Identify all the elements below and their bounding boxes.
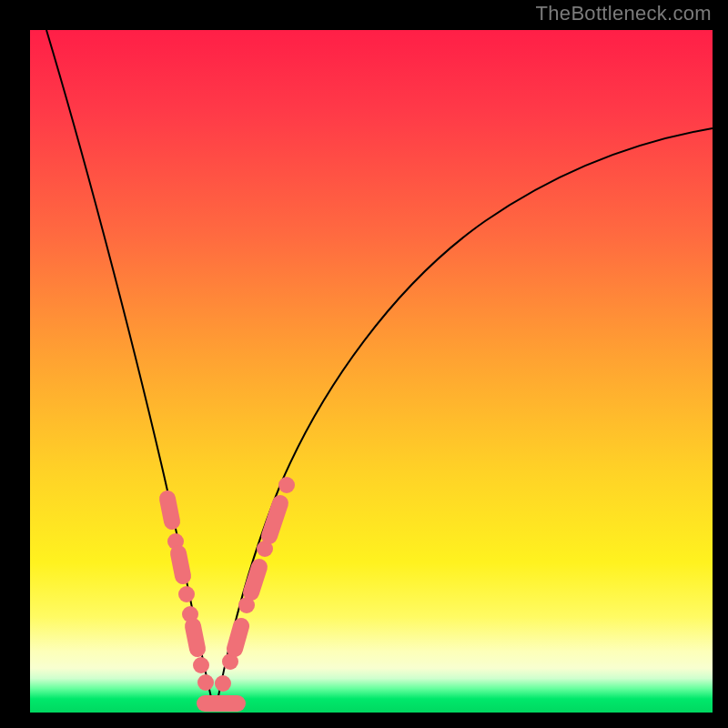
curve-left-branch xyxy=(46,30,213,705)
highlight-seg xyxy=(193,626,197,649)
watermark-text: TheBottleneck.com xyxy=(536,2,712,25)
highlight-seg xyxy=(178,553,183,576)
highlight-seg xyxy=(251,567,259,592)
highlight-seg xyxy=(167,499,172,521)
plot-area xyxy=(30,30,713,713)
curve-right-branch xyxy=(217,128,713,705)
highlight-cluster xyxy=(167,477,295,703)
highlight-seg xyxy=(235,626,241,649)
highlight-dot xyxy=(278,477,295,493)
highlight-dot xyxy=(197,674,214,691)
highlight-dot xyxy=(215,675,231,692)
outer-frame: TheBottleneck.com xyxy=(0,0,728,728)
highlight-dot xyxy=(193,657,209,673)
curve-layer xyxy=(30,30,713,713)
highlight-dot xyxy=(178,586,195,602)
highlight-seg xyxy=(269,503,280,536)
